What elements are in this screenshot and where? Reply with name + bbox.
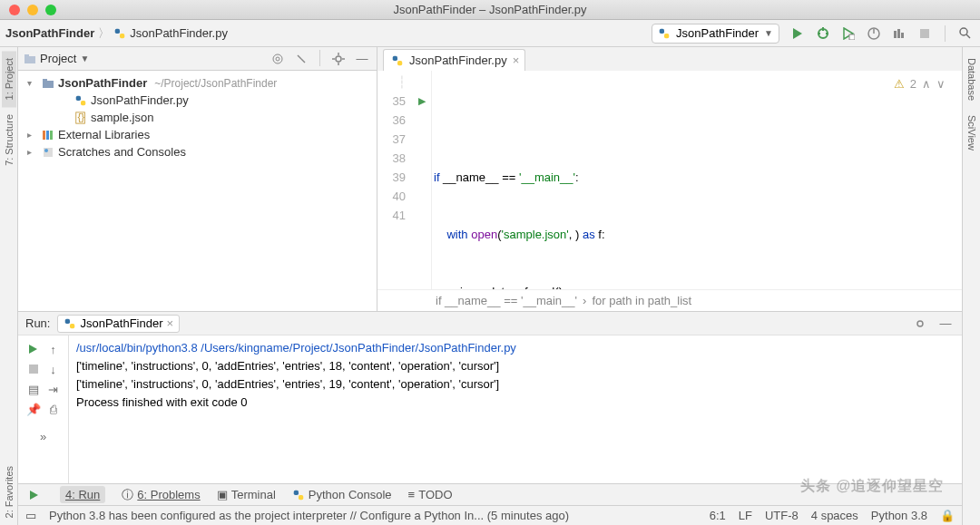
stop-icon[interactable] [916, 24, 934, 43]
center-area: Project ▼ — ▾ JsonPathFinder [18, 47, 962, 525]
expand-icon[interactable] [292, 50, 310, 68]
event-icon[interactable]: ▭ [25, 509, 36, 522]
svg-rect-41 [393, 55, 397, 60]
svg-line-23 [298, 55, 301, 59]
run-gutter-icon[interactable]: ▶ [418, 92, 426, 111]
run-indicator-icon[interactable] [25, 486, 44, 504]
lock-icon[interactable]: 🔒 [940, 509, 955, 522]
right-sidebar: Database SciView [962, 47, 980, 525]
status-interpreter[interactable]: Python 3.8 [871, 509, 927, 522]
svg-point-25 [336, 56, 341, 62]
vtab-database[interactable]: Database [965, 51, 979, 108]
close-icon[interactable]: × [513, 53, 520, 67]
down-icon[interactable]: ↓ [45, 361, 62, 377]
code-line: if __name__ == '__main__': [432, 168, 962, 187]
editor-body[interactable]: ┆ 35 36 37 38 39 40 41 ▶ if __name__ == … [377, 71, 962, 289]
pin-icon[interactable]: 📌 [25, 401, 42, 417]
tree-file-name: JsonPathFinder.py [91, 93, 189, 107]
svg-rect-2 [660, 28, 664, 33]
run-tab[interactable]: JsonPathFinder × [57, 315, 180, 333]
concurrency-icon[interactable] [890, 24, 908, 43]
up-icon[interactable]: ↑ [45, 341, 62, 357]
breadcrumb-project[interactable]: JsonPathFinder [5, 26, 94, 40]
run-icon[interactable] [789, 24, 807, 43]
svg-rect-37 [46, 131, 49, 140]
svg-rect-42 [397, 61, 402, 65]
svg-rect-3 [664, 34, 669, 38]
library-icon [42, 129, 54, 141]
crumb[interactable]: for path in path_list [592, 294, 691, 307]
run-output[interactable]: /usr/local/bin/python3.8 /Users/kingname… [69, 335, 962, 483]
tree-scratches[interactable]: ▸ Scratches and Consoles [18, 143, 377, 160]
project-tw-title[interactable]: Project [40, 52, 76, 65]
editor-gutter[interactable]: ┆ 35 36 37 38 39 40 41 ▶ [377, 71, 432, 289]
run-config-selector[interactable]: JsonPathFinder ▼ [652, 24, 779, 44]
close-icon[interactable]: × [167, 316, 174, 330]
inspection-widget[interactable]: ⚠ 2 ∧ ∨ [894, 74, 946, 93]
tree-file[interactable]: {} sample.json [18, 109, 377, 126]
search-icon[interactable] [956, 24, 975, 43]
status-message[interactable]: Python 3.8 has been configured as the pr… [49, 509, 569, 522]
code-line [432, 111, 962, 130]
code-area[interactable]: if __name__ == '__main__': with open('sa… [432, 71, 962, 289]
svg-rect-50 [299, 495, 303, 500]
project-header: Project ▼ — [18, 47, 377, 71]
debug-icon[interactable] [814, 24, 832, 43]
svg-text:{}: {} [78, 112, 85, 122]
more-icon[interactable]: » [35, 428, 52, 444]
wrap-icon[interactable]: ⇥ [45, 381, 62, 397]
terminal-icon: ▣ [217, 488, 228, 501]
svg-rect-16 [920, 29, 929, 38]
print-icon[interactable]: ⎙ [45, 401, 62, 417]
info-icon: ⓘ [122, 487, 133, 503]
prev-icon[interactable]: ∧ [922, 74, 931, 93]
project-actions: — [269, 50, 371, 68]
code-line: json_data = f.read() [432, 282, 962, 289]
status-pos[interactable]: 6:1 [710, 509, 726, 522]
bottom-tab-todo[interactable]: ≡TODO [408, 488, 453, 501]
editor-tab-name: JsonPathFinder.py [409, 53, 507, 67]
tree-file[interactable]: JsonPathFinder.py [18, 92, 377, 109]
bottom-tab-problems[interactable]: ⓘ6: Problems [122, 487, 200, 503]
hide-icon[interactable]: — [353, 50, 371, 68]
hide-icon[interactable]: — [936, 315, 955, 333]
line-num: 38 [377, 149, 406, 168]
layout-icon[interactable]: ▤ [25, 381, 42, 397]
editor-tab[interactable]: JsonPathFinder.py × [383, 49, 525, 71]
breadcrumb[interactable]: JsonPathFinder 〉 JsonPathFinder.py [5, 25, 228, 42]
run-actions: ↑ ↓ ▤ ⇥ 📌 ⎙ » [18, 335, 69, 483]
profile-icon[interactable] [865, 24, 883, 43]
status-indent[interactable]: 4 spaces [811, 509, 858, 522]
tree-ext-libs[interactable]: ▸ External Libraries [18, 126, 377, 143]
target-icon[interactable] [269, 50, 287, 68]
rerun-icon[interactable] [25, 341, 42, 357]
json-file-icon: {} [74, 112, 87, 124]
svg-point-22 [276, 57, 279, 61]
tree-scratches-label: Scratches and Consoles [58, 145, 186, 159]
chevron-right-icon: ▸ [27, 130, 38, 140]
vtab-structure[interactable]: 7: Structure [2, 107, 16, 173]
divider [319, 50, 320, 66]
bottom-tab-terminal[interactable]: ▣Terminal [217, 488, 276, 501]
coverage-icon[interactable] [839, 24, 858, 43]
svg-rect-38 [50, 131, 53, 140]
status-encoding[interactable]: UTF-8 [765, 509, 799, 522]
vtab-sciview[interactable]: SciView [965, 108, 979, 158]
gear-icon[interactable] [329, 50, 348, 68]
gear-icon[interactable] [911, 315, 929, 333]
left-sidebar: 1: Project 7: Structure 2: Favorites [0, 47, 18, 525]
svg-rect-43 [65, 318, 70, 323]
next-icon[interactable]: ∨ [936, 74, 946, 93]
svg-point-21 [273, 54, 282, 63]
editor-breadcrumbs[interactable]: if __name__ == '__main__' › for path in … [377, 289, 962, 311]
vtab-project[interactable]: 1: Project [2, 51, 16, 107]
breadcrumb-file[interactable]: JsonPathFinder.py [130, 26, 228, 40]
bottom-tab-python-console[interactable]: Python Console [292, 488, 392, 501]
chevron-down-icon[interactable]: ▼ [80, 53, 89, 63]
status-eol[interactable]: LF [739, 509, 752, 522]
bottom-tab-run[interactable]: 4: Run [60, 486, 105, 503]
crumb[interactable]: if __name__ == '__main__' [436, 294, 577, 307]
tree-root[interactable]: ▾ JsonPathFinder ~/Project/JsonPathFinde… [18, 74, 377, 92]
vtab-favorites[interactable]: 2: Favorites [2, 459, 16, 525]
stop-icon[interactable] [25, 361, 42, 377]
